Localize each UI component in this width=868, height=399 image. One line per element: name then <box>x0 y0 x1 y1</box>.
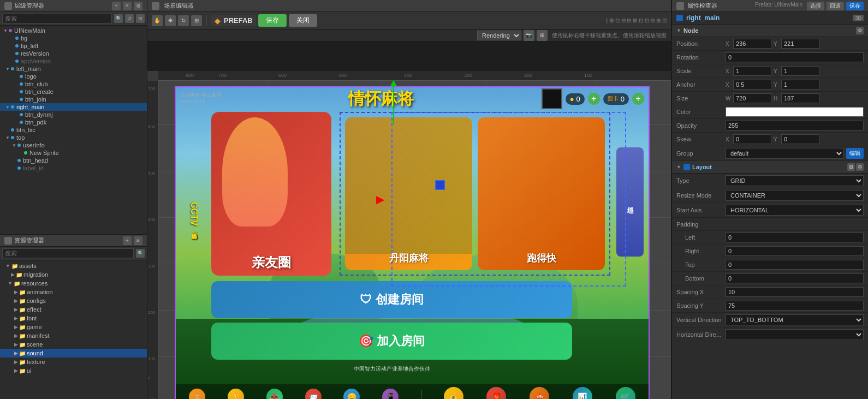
revert-btn[interactable]: 回滚 <box>827 2 844 10</box>
anchor-x-input[interactable] <box>733 80 771 90</box>
btn-join-room[interactable]: 🎯 加入房间 <box>211 323 572 360</box>
bottom-btn-shop[interactable]: 🛒 商城 <box>616 387 635 399</box>
asset-item-scene[interactable]: ▶ 📁 scene <box>0 340 147 349</box>
scale-x-input[interactable] <box>733 66 771 76</box>
tree-item-resVersion[interactable]: resVersion <box>0 50 147 57</box>
tree-item-label_id[interactable]: label_id <box>0 164 147 172</box>
tree-item-appVersion[interactable]: appVersion <box>0 57 147 65</box>
bottom-btn-activity[interactable]: 🎪 活动 <box>530 387 549 399</box>
tree-item-right_main[interactable]: ▼ right_main <box>0 103 147 111</box>
tree-item-btn_create[interactable]: btn_create <box>0 88 147 96</box>
layer-search-input[interactable] <box>2 14 112 23</box>
start-axis-select[interactable]: HORIZONTAL <box>726 205 864 216</box>
padding-top-input[interactable] <box>726 260 864 270</box>
asset-item-ui[interactable]: ▶ 📁 ui <box>0 366 147 375</box>
layer-sort-btn[interactable]: ≡ <box>123 2 132 10</box>
btn-create-room[interactable]: 🛡 创建房间 <box>211 281 572 318</box>
skew-y-input[interactable] <box>781 134 819 144</box>
layout-type-select[interactable]: GRID <box>726 175 864 186</box>
group-edit-btn[interactable]: 编辑 <box>846 148 864 159</box>
btn-friend-circle[interactable]: 亲友圈 <box>211 112 331 276</box>
tree-item-userInfo[interactable]: ▼ userInfo <box>0 141 147 149</box>
asset-item-animation[interactable]: ▶ 📁 animation <box>0 288 147 296</box>
bottom-btn-phone[interactable]: 📱 手机 <box>382 389 399 399</box>
position-x-input[interactable] <box>733 39 771 49</box>
tree-item-btn_dynmj[interactable]: btn_dynmj <box>0 111 147 118</box>
bottom-btn-reward[interactable]: 💰 赏金 <box>444 387 463 399</box>
layer-reload-btn[interactable]: ↺ <box>125 14 134 23</box>
tree-item-left_main[interactable]: ▼ left_main <box>0 65 147 73</box>
asset-item-resources[interactable]: ▼ 📁 resources <box>0 279 147 288</box>
layout-section-header[interactable]: ▼ Layout ⊞ ⚙ <box>672 161 868 174</box>
padding-bottom-input[interactable] <box>726 273 864 283</box>
bottom-btn-service[interactable]: 😊 客服 <box>343 389 360 399</box>
tree-arrow-userInfo[interactable]: ▼ <box>11 142 17 148</box>
toolbar-icon-rotate[interactable]: ↻ <box>178 15 189 26</box>
tree-item-btn_lxc[interactable]: btn_lxc <box>0 126 147 134</box>
layout-settings-icon[interactable]: ⚙ <box>856 163 864 171</box>
bottom-btn-more[interactable]: ≡ 更多 <box>189 389 205 399</box>
vertical-dir-select[interactable]: TOP_TO_BOTTOM <box>726 314 864 325</box>
layer-settings-btn[interactable]: ⚙ <box>134 2 142 10</box>
bottom-btn-redpacket[interactable]: 🧧 瓜分红包 <box>485 387 507 399</box>
tree-item-btn_join[interactable]: btn_join <box>0 96 147 103</box>
toolbar-icon-scale[interactable]: ⊞ <box>191 15 202 26</box>
asset-item-manifest[interactable]: ▶ 📁 manifest <box>0 331 147 340</box>
spacing-y-input[interactable] <box>726 301 864 311</box>
bottom-btn-record[interactable]: 🏆 战绩 <box>228 389 244 399</box>
node-settings-icon[interactable]: ⚙ <box>856 27 864 34</box>
save-button[interactable]: 保存 <box>258 14 287 27</box>
tree-item-bg[interactable]: bg <box>0 34 147 42</box>
tree-item-top[interactable]: ▼ top <box>0 134 147 141</box>
padding-left-input[interactable] <box>726 233 864 242</box>
node-active-checkbox[interactable] <box>676 15 683 21</box>
resize-mode-select[interactable]: CONTAINER <box>726 190 864 201</box>
asset-sort-btn[interactable]: ≡ <box>134 236 142 245</box>
asset-item-effect[interactable]: ▶ 📁 effect <box>0 305 147 314</box>
tree-item-btn_head[interactable]: btn_head <box>0 157 147 164</box>
spacing-x-input[interactable] <box>726 287 864 297</box>
tree-arrow-right_main[interactable]: ▼ <box>4 104 11 110</box>
tree-item-tip_left[interactable]: tip_left <box>0 42 147 50</box>
practice-btn[interactable]: 练习场 <box>616 147 644 257</box>
save-props-btn[interactable]: 保存 <box>846 2 864 10</box>
tree-item-btn_club[interactable]: btn_club <box>0 80 147 88</box>
layout-copy-icon[interactable]: ⊞ <box>847 163 855 171</box>
position-y-input[interactable] <box>781 39 819 49</box>
anchor-y-input[interactable] <box>781 80 819 90</box>
tree-item-logo[interactable]: logo <box>0 73 147 80</box>
size-w-input[interactable] <box>733 93 771 103</box>
asset-item-font[interactable]: ▶ 📁 font <box>0 314 147 323</box>
asset-item-texture[interactable]: ▶ 📁 texture <box>0 358 147 366</box>
rotation-input[interactable] <box>726 52 864 62</box>
bottom-btn-invite[interactable]: 📨 邀请 <box>305 389 322 399</box>
skew-x-input[interactable] <box>733 134 771 144</box>
asset-search-input[interactable] <box>2 248 134 258</box>
color-picker[interactable] <box>726 107 864 117</box>
asset-item-sound[interactable]: ▶ 📁 sound <box>0 349 147 358</box>
tree-arrow-UINewMain[interactable]: ▼ <box>2 27 9 34</box>
tree-item-UINewMain[interactable]: ▼ UINewMain <box>0 27 147 34</box>
scale-y-input[interactable] <box>781 66 819 76</box>
camera-icon[interactable]: 📷 <box>524 30 534 41</box>
asset-item-game[interactable]: ▶ 📁 game <box>0 323 147 331</box>
asset-item-assets[interactable]: ▼ 📁 assets <box>0 261 147 270</box>
add-yuanbao-btn[interactable]: + <box>632 93 644 105</box>
layer-expand-btn[interactable]: ⊞ <box>136 14 145 23</box>
close-button[interactable]: 关闭 <box>289 14 317 27</box>
asset-item-migration[interactable]: ▶ 📁 migration <box>0 270 147 279</box>
bottom-btn-share[interactable]: 📤 推广 <box>266 389 283 399</box>
horizontal-dir-select[interactable] <box>726 329 864 340</box>
tree-item-new-sprite[interactable]: New Sprite <box>0 149 147 157</box>
bottom-btn-agent[interactable]: 📊 代理推广 <box>572 387 593 399</box>
btn-mahjong1[interactable]: 丹阳麻将 <box>345 117 472 270</box>
group-select[interactable]: default <box>726 148 844 159</box>
node-section-header[interactable]: ▼ Node ⚙ <box>672 25 868 37</box>
tree-arrow-top[interactable]: ▼ <box>4 134 11 141</box>
asset-item-configs[interactable]: ▶ 📁 configs <box>0 296 147 305</box>
opacity-input[interactable] <box>726 121 864 130</box>
layer-search-btn[interactable]: 🔍 <box>114 14 123 23</box>
select-btn[interactable]: 选择 <box>807 2 824 10</box>
toolbar-icon-hand[interactable]: ✋ <box>152 15 163 26</box>
toolbar-icon-move[interactable]: ✥ <box>165 15 176 26</box>
